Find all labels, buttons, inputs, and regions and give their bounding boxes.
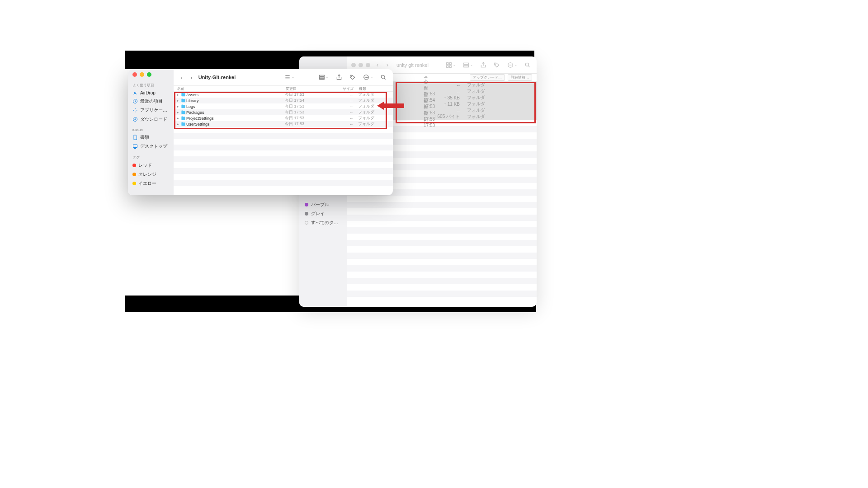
sidebar-item-downloads[interactable]: ダウンロード	[128, 115, 174, 124]
sidebar-tag-purple[interactable]: パープル	[303, 200, 343, 209]
sidebar-tag-yellow[interactable]: イエロー	[128, 179, 174, 188]
svg-rect-4	[464, 63, 469, 64]
sidebar-tag-all[interactable]: すべてのタ…	[303, 218, 343, 227]
svg-point-20	[365, 77, 365, 77]
tag-dot-icon	[132, 164, 136, 167]
folder-icon	[181, 98, 186, 103]
column-header[interactable]: 名前 変更日 サイズ 種類	[174, 85, 393, 92]
column-kind[interactable]: 種類	[354, 86, 389, 91]
zoom-icon[interactable]	[147, 72, 151, 77]
cell-kind: フォルダ	[460, 88, 487, 94]
tag-all-icon	[305, 221, 308, 225]
back-button[interactable]: ‹	[178, 74, 184, 81]
sidebar-item-label: 書類	[140, 134, 149, 141]
sidebar-tag-orange[interactable]: オレンジ	[128, 170, 174, 179]
group-icon[interactable]: ⌄	[317, 74, 330, 80]
upgrade-button[interactable]: アップグレード…	[470, 74, 505, 81]
empty-row	[347, 215, 537, 221]
action-icon[interactable]: ⌄	[506, 62, 519, 68]
tag-icon[interactable]	[348, 74, 358, 80]
section-icloud: iCloud	[128, 127, 174, 133]
sidebar-item-desktop[interactable]: デスクトップ	[128, 142, 174, 151]
svg-point-21	[367, 77, 368, 77]
column-name[interactable]: 名前	[177, 86, 286, 91]
cloud-icon: ○	[424, 106, 426, 110]
empty-row	[174, 150, 393, 156]
svg-rect-6	[464, 66, 469, 67]
cell-kind: フォルダ	[460, 107, 487, 113]
cloud-icon: ☁	[424, 74, 428, 79]
forward-button[interactable]: ›	[385, 62, 390, 68]
search-icon[interactable]	[523, 62, 532, 68]
cell-date: 今日 17:53	[285, 109, 330, 115]
sidebar-item-applications[interactable]: アプリケー…	[128, 106, 174, 115]
view-grid-icon[interactable]: ⌄	[444, 62, 457, 68]
window-title: unity git renkei	[396, 62, 440, 68]
tag-dot-icon	[132, 182, 136, 185]
forward-button[interactable]: ›	[188, 74, 194, 81]
svg-point-9	[525, 63, 528, 66]
sidebar-tag-gray[interactable]: グレイ	[303, 209, 343, 218]
disclosure-icon[interactable]: ▸	[177, 122, 181, 126]
cell-kind: フォルダ	[460, 94, 487, 101]
cloud-icon: ☁	[424, 80, 428, 85]
empty-row	[347, 284, 537, 291]
group-icon[interactable]: ⌄	[462, 62, 474, 68]
sidebar-item-airdrop[interactable]: AirDrop	[128, 89, 174, 97]
close-icon[interactable]	[132, 72, 137, 77]
cell-size: --	[330, 104, 353, 109]
airdrop-icon	[132, 90, 138, 95]
table-row[interactable]: ▸ ProjectSettings 今日 17:53 -- フォルダ	[174, 115, 393, 121]
sidebar-item-documents[interactable]: 書類	[128, 133, 174, 142]
action-icon[interactable]: ⌄	[361, 74, 375, 80]
view-list-icon[interactable]: ⌄	[283, 74, 296, 80]
folder-icon	[181, 104, 186, 109]
share-icon[interactable]	[334, 74, 344, 80]
table-row[interactable]: ▸ Logs 今日 17:53 -- フォルダ	[174, 103, 393, 109]
detail-button[interactable]: 詳細情報…	[508, 74, 532, 81]
content-area: ‹ › Unity-Git-renkei ⌄ ⌄ ⌄ 名前	[174, 69, 393, 195]
column-date[interactable]: 変更日	[286, 86, 331, 91]
tag-dot-icon	[305, 203, 308, 206]
search-icon[interactable]	[378, 74, 388, 80]
disclosure-icon[interactable]: ▸	[177, 99, 181, 103]
empty-row	[347, 291, 537, 297]
share-icon[interactable]	[479, 62, 488, 68]
cell-name: Logs	[186, 104, 285, 109]
disclosure-icon[interactable]: ▸	[177, 117, 181, 120]
tag-icon[interactable]	[492, 62, 501, 68]
svg-point-22	[381, 75, 384, 78]
empty-row	[347, 240, 537, 246]
cloud-icon: ☁	[424, 93, 428, 98]
cell-date: 今日 17:53	[285, 92, 330, 98]
cell-name: Library	[186, 99, 285, 103]
svg-point-17	[351, 76, 352, 76]
cell-size: ↑ 35 KB	[424, 95, 460, 100]
disclosure-icon[interactable]: ▸	[177, 111, 181, 114]
sidebar-tag-red[interactable]: レッド	[128, 161, 174, 170]
table-row[interactable]: ▸ UserSettings 今日 17:53 -- フォルダ	[174, 121, 393, 127]
sidebar-item-label: イエロー	[138, 180, 156, 187]
minimize-icon[interactable]	[140, 72, 144, 77]
sidebar-item-label: アプリケー…	[140, 107, 167, 113]
empty-row	[347, 234, 537, 240]
empty-row	[174, 127, 393, 133]
disclosure-icon[interactable]: ▸	[177, 93, 181, 97]
back-button[interactable]: ‹	[375, 62, 380, 68]
toolbar: ‹ › Unity-Git-renkei ⌄ ⌄ ⌄	[174, 69, 393, 85]
traffic-lights[interactable]	[351, 63, 370, 67]
cell-kind: フォルダ	[353, 121, 389, 127]
cell-size: --	[424, 108, 460, 113]
disclosure-icon[interactable]: ▸	[177, 105, 181, 108]
traffic-lights[interactable]	[128, 72, 174, 77]
empty-row	[174, 162, 393, 168]
table-row[interactable]: ▸ Library 今日 17:54 -- フォルダ	[174, 98, 393, 103]
cell-kind: フォルダ	[460, 113, 487, 120]
empty-row	[174, 139, 393, 145]
table-row[interactable]: ▸ Packages 今日 17:53 -- フォルダ	[174, 109, 393, 115]
column-size[interactable]: サイズ	[331, 86, 354, 91]
empty-row	[347, 246, 537, 253]
table-row[interactable]: ▸ Assets 今日 17:53 -- フォルダ	[174, 92, 393, 98]
sidebar-item-recents[interactable]: 最近の項目	[128, 97, 174, 106]
clock-icon	[132, 99, 138, 104]
